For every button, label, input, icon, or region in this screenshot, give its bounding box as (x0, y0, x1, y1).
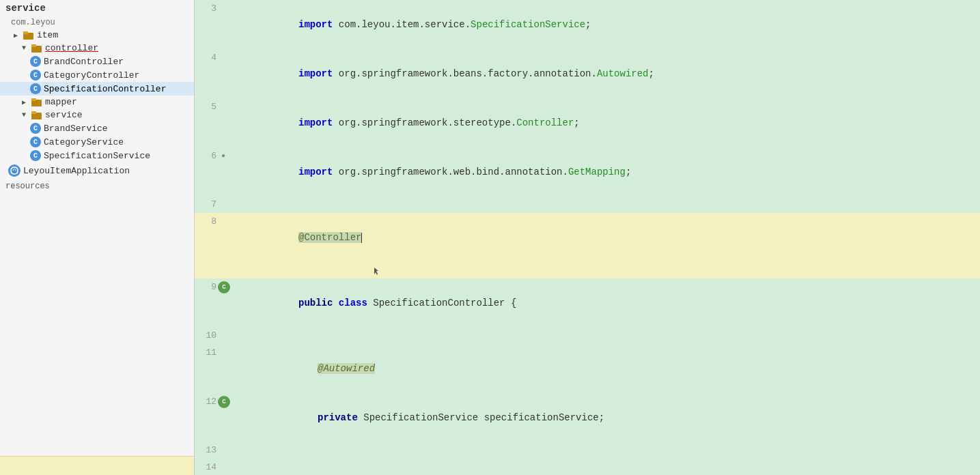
sidebar-item-controller-label: controller (45, 43, 98, 53)
green-marker-9: C (218, 281, 230, 293)
svg-rect-7 (31, 111, 36, 114)
sidebar-item-app[interactable]: LeyouItemApplication (0, 162, 194, 179)
sidebar-category-service-label: CategoryService (44, 137, 124, 147)
sidebar-item-specification-controller[interactable]: C SpecificationController (0, 82, 194, 96)
sidebar-mapper-label: mapper (45, 97, 77, 107)
sidebar-item-controller[interactable]: ▼ controller (0, 42, 194, 55)
sidebar-resources-label: resources (0, 179, 194, 194)
sidebar-service-label: service (0, 0, 194, 16)
code-line-12: 12 C private SpecificationService specif… (195, 393, 980, 442)
sidebar-brand-controller-label: BrandController (44, 57, 124, 67)
folder-mapper-icon (31, 98, 42, 107)
sidebar-category-controller-label: CategoryController (44, 70, 139, 81)
sidebar-item-specification-service[interactable]: C SpecificationService (0, 149, 194, 162)
spring-icon (10, 167, 18, 175)
cursor-arrow-icon (373, 266, 378, 276)
sidebar-bottom-bar (0, 456, 194, 475)
sidebar-com-leyou: com.leyou (0, 16, 194, 29)
class-icon-specification-service: C (30, 150, 41, 161)
sidebar-brand-service-label: BrandService (44, 124, 108, 134)
sidebar-item-brand-service[interactable]: C BrandService (0, 121, 194, 135)
text-cursor (361, 233, 362, 243)
sidebar-specification-service-label: SpecificationService (44, 151, 150, 161)
sidebar-specification-controller-label: SpecificationController (44, 84, 166, 94)
code-line-3: 3 import com.leyou.item.service.Specific… (195, 0, 980, 49)
class-icon: C (30, 70, 41, 81)
sidebar-item-category-service[interactable]: C CategoryService (0, 135, 194, 149)
chevron-service-icon: ▼ (22, 111, 30, 119)
code-line-10: 10 (195, 328, 980, 344)
sidebar-item-brand-controller[interactable]: C BrandController (0, 55, 194, 68)
chevron-down-icon: ▼ (22, 44, 30, 52)
sidebar-item-mapper[interactable]: ▶ mapper (0, 96, 194, 109)
class-icon-brand-service: C (30, 123, 41, 134)
code-line-11: 11 @Autowired (195, 344, 980, 393)
sidebar-item-item[interactable]: ▶ item (0, 29, 194, 42)
code-line-5: 5 import org.springframework.stereotype.… (195, 98, 980, 147)
code-line-7: 7 (195, 197, 980, 213)
class-icon-category-service: C (30, 136, 41, 147)
svg-rect-5 (31, 98, 36, 101)
code-line-9: 9 C public class SpecificationController… (195, 278, 980, 328)
code-editor[interactable]: 3 import com.leyou.item.service.Specific… (195, 0, 980, 475)
sidebar-service-folder-label: service (45, 110, 83, 120)
app-icon (8, 164, 20, 177)
green-marker-12: C (218, 396, 230, 408)
svg-rect-3 (31, 44, 36, 47)
sidebar-item-category-controller[interactable]: C CategoryController (0, 68, 194, 82)
sidebar-item-item-label: item (37, 30, 58, 40)
sidebar-item-service-folder[interactable]: ▼ service (0, 109, 194, 121)
sidebar-app-label: LeyouItemApplication (23, 166, 130, 176)
class-icon-selected: C (30, 83, 41, 94)
folder-service-icon (31, 111, 42, 120)
code-line-14: 14 @GetMapping("/spec/groups/3") (195, 459, 980, 475)
folder-open-icon (31, 44, 42, 53)
code-line-6: 6 ● import org.springframework.web.bind.… (195, 147, 980, 197)
code-line-13: 13 (195, 442, 980, 459)
sidebar: service com.leyou ▶ item ▼ controller C (0, 0, 195, 475)
chevron-icon: ▶ (14, 31, 22, 40)
code-area: 3 import com.leyou.item.service.Specific… (195, 0, 980, 475)
chevron-right-icon: ▶ (22, 98, 30, 106)
svg-rect-1 (23, 31, 28, 34)
code-line-8: 8 @Controller (195, 213, 980, 278)
code-line-4: 4 import org.springframework.beans.facto… (195, 49, 980, 98)
class-icon: C (30, 56, 41, 67)
folder-icon (23, 31, 34, 40)
code-lines: 3 import com.leyou.item.service.Specific… (195, 0, 980, 475)
